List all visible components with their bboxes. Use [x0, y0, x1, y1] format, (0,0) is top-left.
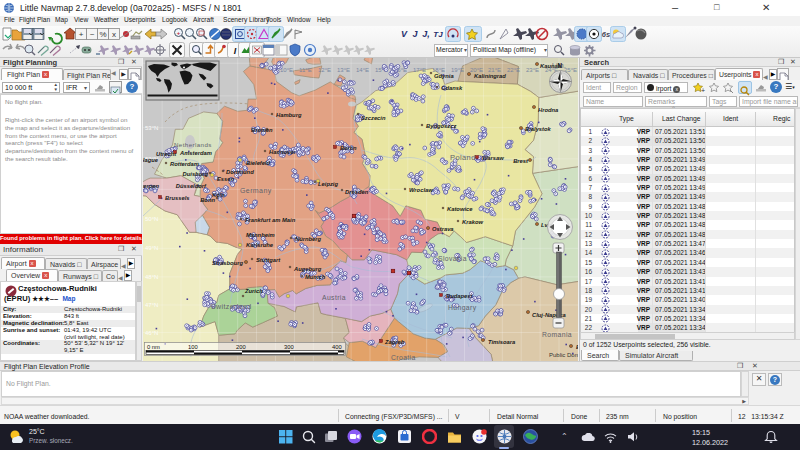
svg-text:Bialystok: Bialystok: [525, 126, 552, 132]
svg-text:Brussels: Brussels: [165, 195, 190, 201]
svg-text:Duisburg: Duisburg: [183, 171, 209, 177]
svg-text:V: V: [401, 29, 408, 39]
svg-text:Strasbourg: Strasbourg: [212, 260, 243, 266]
svg-text:Ostrava: Ostrava: [432, 226, 454, 232]
svg-text:Br: Br: [576, 344, 578, 350]
svg-text:53°N: 53°N: [145, 125, 158, 131]
svg-text:Augsburg: Augsburg: [293, 266, 322, 272]
svg-text:Essen: Essen: [217, 176, 235, 182]
svg-text:17°E: 17°E: [413, 67, 426, 73]
svg-text:J: J: [412, 29, 418, 39]
svg-text:Frankfurt am Main: Frankfurt am Main: [245, 217, 296, 223]
svg-text:300: 300: [284, 344, 294, 350]
svg-text:Karlsruhe: Karlsruhe: [246, 242, 274, 248]
svg-text:Hannover: Hannover: [269, 149, 296, 155]
svg-text:Dortmund: Dortmund: [226, 169, 254, 175]
svg-text:6s: 6s: [602, 30, 610, 39]
svg-text:400: 400: [332, 344, 342, 350]
svg-text:Hungary: Hungary: [448, 304, 477, 312]
svg-text:~: ~: [90, 30, 95, 39]
svg-text:Katowice: Katowice: [447, 206, 473, 212]
svg-text:Romania: Romania: [542, 331, 572, 338]
svg-text:Poland: Poland: [450, 153, 476, 162]
svg-text:Stuttgart: Stuttgart: [256, 257, 281, 263]
svg-text:Hague: Hague: [143, 157, 159, 163]
svg-text:+: +: [701, 87, 705, 94]
svg-text:12°E: 12°E: [318, 67, 331, 73]
svg-text:Slovakia: Slovakia: [438, 255, 467, 262]
svg-text:%: %: [99, 30, 106, 39]
svg-text:Bielefeld: Bielefeld: [246, 160, 271, 166]
svg-text:Mannheim: Mannheim: [246, 232, 275, 238]
svg-text:Zurich: Zurich: [244, 288, 263, 294]
svg-text:Gdansk: Gdansk: [441, 85, 463, 91]
svg-text:Timisoara: Timisoara: [488, 339, 516, 345]
svg-text:200: 200: [236, 344, 246, 350]
svg-text:x: x: [112, 30, 116, 39]
svg-text:Budapest: Budapest: [446, 293, 473, 299]
svg-text:Leipzig: Leipzig: [318, 181, 338, 187]
svg-text:47°N: 47°N: [145, 302, 158, 308]
svg-text:22°E: 22°E: [507, 67, 520, 73]
svg-text:Munich: Munich: [305, 274, 326, 280]
svg-text:Hrodna: Hrodna: [538, 107, 559, 113]
svg-text:Zagreb: Zagreb: [384, 339, 405, 345]
svg-text:0 nm: 0 nm: [147, 344, 160, 350]
svg-text:49°N: 49°N: [145, 245, 158, 251]
svg-text:46°N: 46°N: [145, 330, 158, 336]
svg-text:J,: J,: [422, 29, 430, 39]
svg-text:48°N: 48°N: [145, 274, 158, 280]
svg-text:Düsseldorf: Düsseldorf: [176, 183, 207, 189]
svg-text:Bonn: Bonn: [200, 197, 215, 203]
svg-text:Gdynia: Gdynia: [434, 73, 454, 79]
svg-text:Hamburg: Hamburg: [276, 112, 302, 118]
svg-text:Dresden: Dresden: [345, 189, 369, 195]
svg-text:Berlin: Berlin: [340, 145, 357, 151]
svg-text:Public Domain: Public Domain: [549, 352, 578, 358]
svg-text:Bremen: Bremen: [251, 127, 273, 133]
svg-text:11°E: 11°E: [299, 67, 312, 73]
svg-text:Nürnberg: Nürnberg: [295, 236, 322, 242]
svg-text:50°N: 50°N: [145, 216, 158, 222]
svg-text:Austria: Austria: [322, 294, 346, 301]
svg-text:Germany: Germany: [240, 187, 272, 195]
svg-text:13°E: 13°E: [337, 67, 350, 73]
svg-text:Switzerland: Switzerland: [211, 303, 252, 310]
svg-text:Amsterdam: Amsterdam: [179, 150, 212, 156]
svg-text:Warsaw: Warsaw: [482, 155, 504, 161]
svg-text:N: N: [558, 62, 563, 69]
svg-text:Krakow: Krakow: [462, 219, 483, 225]
svg-text:Szczecin: Szczecin: [361, 115, 386, 121]
svg-text:Brest: Brest: [513, 158, 529, 164]
svg-text:Wroclaw: Wroclaw: [409, 187, 433, 193]
svg-text:Croatia: Croatia: [391, 354, 416, 361]
svg-text:Rotterdam: Rotterdam: [170, 161, 199, 167]
svg-text:23°E: 23°E: [526, 67, 539, 73]
svg-text:14°E: 14°E: [356, 67, 369, 73]
svg-text:+: +: [79, 30, 84, 39]
svg-text:+: +: [177, 30, 181, 36]
svg-text:Kaliningrad: Kaliningrad: [474, 73, 506, 79]
svg-text:100: 100: [188, 344, 198, 350]
svg-text:Bydgoszcz: Bydgoszcz: [426, 123, 456, 129]
svg-text:TJ: TJ: [433, 30, 443, 39]
svg-text:Netherlands: Netherlands: [174, 141, 212, 148]
svg-text:Antwerpen: Antwerpen: [143, 183, 159, 189]
